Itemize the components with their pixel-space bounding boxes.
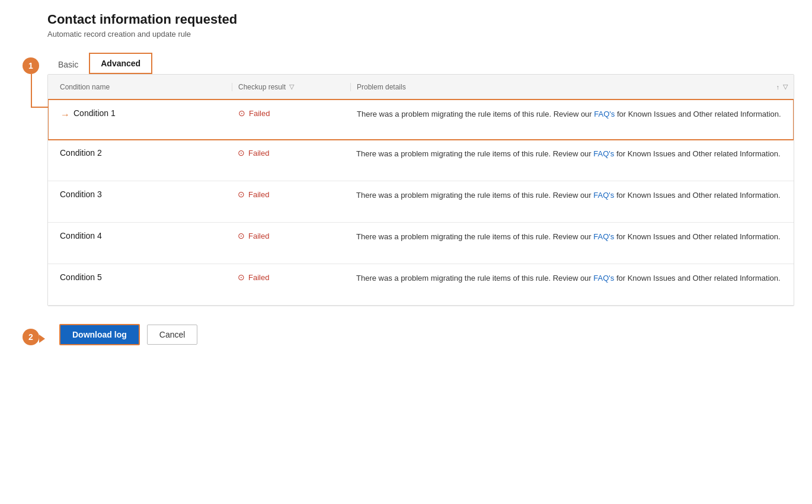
faq-link[interactable]: FAQ's [593, 274, 614, 283]
cell-problem-details: There was a problem migrating the rule i… [351, 108, 793, 120]
page-title: Contact information requested [47, 12, 794, 27]
table-row[interactable]: Condition 3⊙FailedThere was a problem mi… [48, 181, 794, 223]
condition-name-text: Condition 5 [60, 272, 102, 282]
conditions-table: Condition name Checkup result ▽ Problem … [47, 74, 794, 306]
failed-text: Failed [249, 109, 270, 118]
condition-name-text: Condition 3 [60, 190, 102, 199]
cell-checkup-result: ⊙Failed [232, 108, 351, 118]
col-header-condition-name: Condition name [48, 83, 232, 91]
cancel-button[interactable]: Cancel [147, 325, 198, 345]
cell-problem-details: There was a problem migrating the rule i… [350, 148, 794, 160]
failed-icon: ⊙ [238, 272, 245, 282]
tab-basic[interactable]: Basic [47, 55, 89, 74]
condition-name-text: Condition 4 [60, 231, 102, 240]
cell-checkup-result: ⊙Failed [232, 190, 350, 199]
cell-problem-details: There was a problem migrating the rule i… [350, 231, 794, 243]
faq-link[interactable]: FAQ's [594, 110, 615, 118]
failed-text: Failed [248, 149, 269, 158]
tabs-row: Basic Advanced [47, 53, 794, 74]
cell-condition-name: Condition 4 [48, 231, 232, 240]
table-header: Condition name Checkup result ▽ Problem … [48, 75, 794, 99]
col-header-checkup: Checkup result ▽ [232, 83, 350, 91]
faq-link[interactable]: FAQ's [593, 191, 614, 200]
cell-checkup-result: ⊙Failed [232, 231, 350, 240]
buttons-area: Download log Cancel [47, 324, 794, 345]
failed-text: Failed [248, 273, 269, 282]
table-row[interactable]: Condition 4⊙FailedThere was a problem mi… [48, 223, 794, 264]
table-row[interactable]: Condition 5⊙FailedThere was a problem mi… [48, 264, 794, 306]
table-body: →Condition 1⊙FailedThere was a problem m… [48, 99, 794, 306]
page-subtitle: Automatic record creation and update rul… [47, 30, 794, 38]
download-log-button[interactable]: Download log [59, 324, 140, 345]
cell-checkup-result: ⊙Failed [232, 148, 350, 158]
step2-badge: 2 [23, 329, 39, 345]
condition-name-text: Condition 2 [60, 148, 102, 158]
faq-link[interactable]: FAQ's [593, 232, 614, 241]
faq-link[interactable]: FAQ's [593, 149, 614, 158]
step2-arrow [39, 335, 45, 343]
failed-icon: ⊙ [238, 190, 245, 199]
problem-sort-icon[interactable]: ↑ [776, 84, 780, 91]
page-header: Contact information requested Automatic … [18, 12, 794, 38]
col-header-problem: Problem details ↑ ▽ [350, 83, 794, 91]
cell-condition-name: Condition 5 [48, 272, 232, 282]
cell-problem-details: There was a problem migrating the rule i… [350, 190, 794, 201]
failed-icon: ⊙ [238, 148, 245, 158]
cell-problem-details: There was a problem migrating the rule i… [350, 272, 794, 284]
condition-name-text: Condition 1 [73, 108, 116, 118]
failed-text: Failed [248, 232, 269, 240]
failed-icon: ⊙ [238, 108, 245, 118]
row-arrow-icon: → [60, 108, 70, 121]
problem-filter-icon[interactable]: ▽ [783, 83, 788, 91]
table-row[interactable]: →Condition 1⊙FailedThere was a problem m… [47, 99, 794, 140]
page-container: Contact information requested Automatic … [18, 12, 794, 345]
tab-advanced[interactable]: Advanced [89, 53, 152, 74]
checkup-filter-icon[interactable]: ▽ [289, 83, 294, 91]
cell-condition-name: Condition 3 [48, 190, 232, 199]
connector-v-line [31, 74, 32, 107]
cell-checkup-result: ⊙Failed [232, 272, 350, 282]
failed-text: Failed [248, 190, 269, 199]
cell-condition-name: Condition 2 [48, 148, 232, 158]
step1-badge: 1 [23, 57, 39, 74]
table-row[interactable]: Condition 2⊙FailedThere was a problem mi… [48, 140, 794, 181]
cell-condition-name: →Condition 1 [49, 108, 232, 121]
failed-icon: ⊙ [238, 231, 245, 240]
